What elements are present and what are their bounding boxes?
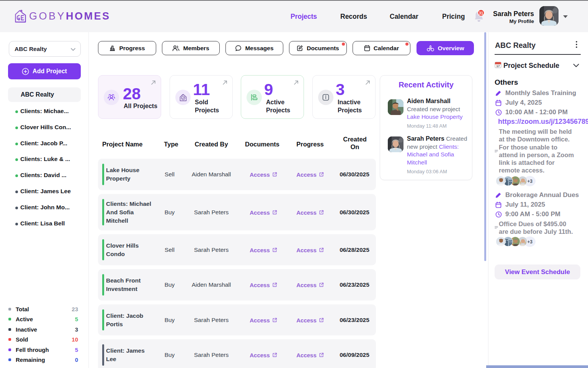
svg-text:17: 17 xyxy=(497,64,500,68)
